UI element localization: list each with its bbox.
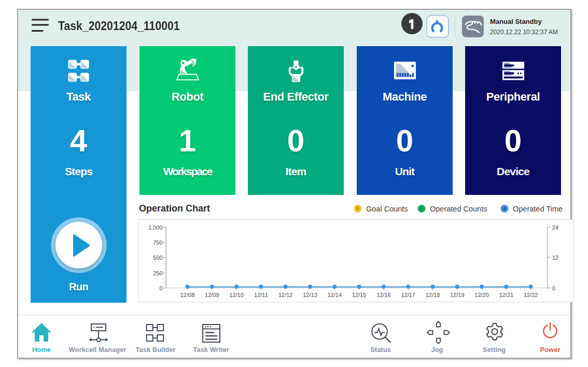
svg-text:12/18: 12/18 <box>426 292 440 298</box>
svg-text:12/15: 12/15 <box>352 292 367 298</box>
svg-text:12/17: 12/17 <box>401 292 415 298</box>
svg-text:24: 24 <box>552 224 558 231</box>
svg-text:12/08: 12/08 <box>180 292 195 298</box>
svg-text:12/12: 12/12 <box>278 292 293 298</box>
svg-text:Operated Time: Operated Time <box>513 205 563 213</box>
svg-text:0: 0 <box>552 285 555 291</box>
svg-text:Goal Counts: Goal Counts <box>366 205 408 213</box>
svg-text:12/10: 12/10 <box>229 292 244 298</box>
svg-text:12/13: 12/13 <box>303 292 317 298</box>
svg-text:12/09: 12/09 <box>205 292 219 298</box>
svg-text:12/16: 12/16 <box>376 292 391 298</box>
svg-text:12/20: 12/20 <box>474 292 489 298</box>
svg-text:12/19: 12/19 <box>450 292 465 298</box>
svg-text:1,000: 1,000 <box>148 224 163 231</box>
svg-text:12/22: 12/22 <box>524 292 538 298</box>
svg-text:12/21: 12/21 <box>499 292 514 298</box>
svg-text:250: 250 <box>153 270 162 276</box>
svg-text:12: 12 <box>552 255 558 261</box>
svg-text:750: 750 <box>153 239 162 246</box>
svg-text:12/14: 12/14 <box>328 292 342 298</box>
svg-text:Operated Counts: Operated Counts <box>430 205 487 213</box>
svg-text:500: 500 <box>153 255 162 261</box>
svg-text:12/11: 12/11 <box>254 292 268 298</box>
svg-text:0: 0 <box>159 285 162 291</box>
